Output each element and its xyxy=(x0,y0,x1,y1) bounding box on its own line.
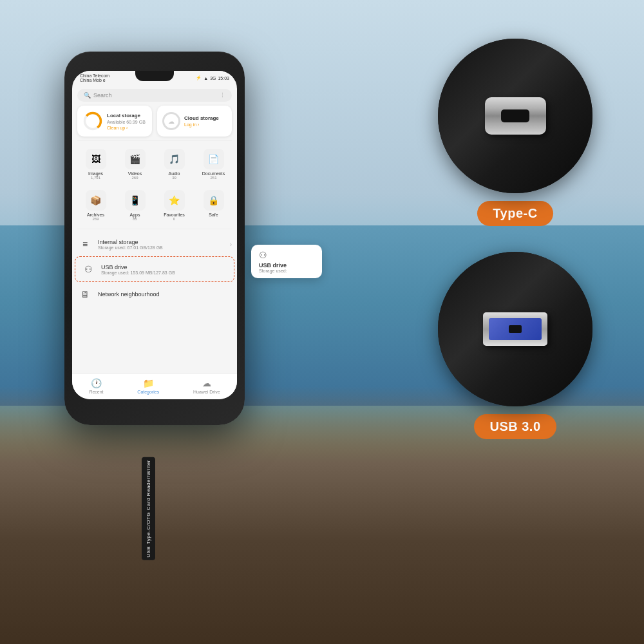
sim-icon: 3G xyxy=(210,76,216,80)
internal-storage-info: Internal storage Storage used: 67.01 GB/… xyxy=(98,239,225,250)
favourites-label: Favourites xyxy=(164,213,185,217)
usb-drive-highlight: ⚇ USB drive Storage used: 153.09 MB/127.… xyxy=(75,256,234,282)
local-storage-donut xyxy=(82,111,103,131)
more-icon[interactable]: ⋮ xyxy=(220,92,225,99)
storage-section: Local storage Available 60.99 GB Clean u… xyxy=(77,106,232,137)
category-favourites[interactable]: ⭐ Favourites 0 xyxy=(156,186,193,225)
usb-a-body xyxy=(483,312,547,346)
divider-1 xyxy=(77,140,232,141)
documents-label: Documents xyxy=(202,171,225,176)
internal-storage-name: Internal storage xyxy=(98,239,225,245)
search-icon: 🔍 xyxy=(84,92,91,99)
archives-count: 269 xyxy=(92,217,99,221)
phone-screen: China Telecom China Mob e ⚡ ▲ 3G 15:03 🔍… xyxy=(72,71,237,399)
usb-drive-item[interactable]: ⚇ USB drive Storage used: 153.09 MB/127.… xyxy=(75,257,234,281)
wifi-icon: ▲ xyxy=(204,76,208,80)
category-videos[interactable]: 🎬 Videos 269 xyxy=(117,145,153,184)
usb-a-pin xyxy=(509,325,522,333)
category-documents[interactable]: 📄 Documents 251 xyxy=(195,145,232,184)
videos-label: Videos xyxy=(128,171,142,176)
usb-a-section: USB 3.0 xyxy=(399,252,631,439)
internal-storage-arrow: › xyxy=(230,241,232,248)
safe-label: Safe xyxy=(209,213,218,217)
images-count: 1,791 xyxy=(91,176,100,180)
usb-drive-info: USB drive Storage used: 153.09 MB/127.83… xyxy=(101,264,229,275)
videos-icon: 🎬 xyxy=(125,149,146,169)
recent-label: Recent xyxy=(89,390,103,394)
categories-label: Categories xyxy=(137,390,159,394)
local-storage-available: Available 60.99 GB xyxy=(107,120,146,124)
divider-2 xyxy=(77,229,232,229)
search-placeholder: Search xyxy=(93,92,112,99)
category-images[interactable]: 🖼 Images 1,791 xyxy=(77,145,114,184)
audio-count: 39 xyxy=(172,176,176,180)
usb-a-label: USB 3.0 xyxy=(474,414,556,439)
right-panel: Type-C USB 3.0 xyxy=(399,39,631,439)
time-display: 15:03 xyxy=(218,76,229,80)
recent-icon: 🕐 xyxy=(91,378,102,388)
usb-popup: ⚇ USB drive Storage used: xyxy=(251,245,322,278)
categories-grid: 🖼 Images 1,791 🎬 Videos 269 🎵 Audio 39 📄… xyxy=(77,145,232,225)
usb-popup-icon: ⚇ xyxy=(259,250,314,260)
type-c-label: Type-C xyxy=(477,201,553,226)
phone-container: China Telecom China Mob e ⚡ ▲ 3G 15:03 🔍… xyxy=(64,52,270,489)
status-icons: ⚡ ▲ 3G 15:03 xyxy=(196,75,229,80)
internal-storage-icon: ≡ xyxy=(77,236,93,252)
audio-label: Audio xyxy=(169,171,180,176)
safe-icon: 🔒 xyxy=(204,190,224,211)
audio-icon: 🎵 xyxy=(164,149,185,169)
usb-drive-icon: ⚇ xyxy=(80,261,96,277)
documents-count: 251 xyxy=(210,176,216,180)
apps-label: Apps xyxy=(130,213,140,217)
categories-icon: 📁 xyxy=(143,378,154,388)
nav-huawei-drive[interactable]: ☁ Huawei Drive xyxy=(193,378,220,394)
usb-popup-sub: Storage used: xyxy=(259,269,314,273)
usb-popup-title: USB drive xyxy=(259,262,314,269)
cloud-storage-card[interactable]: ☁ Cloud storage Log in › xyxy=(157,106,232,137)
network-item[interactable]: 🖥 Network neighbourhood xyxy=(72,282,237,307)
network-name: Network neighbourhood xyxy=(98,291,232,298)
videos-count: 269 xyxy=(131,176,138,180)
type-c-circle xyxy=(438,39,592,193)
cloud-icon: ☁ xyxy=(162,112,180,130)
carrier-info: China Telecom China Mob e xyxy=(80,73,109,82)
bluetooth-icon: ⚡ xyxy=(196,75,202,80)
archives-icon: 📦 xyxy=(86,190,106,211)
category-audio[interactable]: 🎵 Audio 39 xyxy=(156,145,193,184)
type-c-inner xyxy=(438,39,592,193)
phone-notch xyxy=(135,71,174,81)
huawei-drive-icon: ☁ xyxy=(202,378,211,388)
local-storage-action[interactable]: Clean up › xyxy=(107,126,146,130)
images-icon: 🖼 xyxy=(86,149,106,169)
local-storage-card[interactable]: Local storage Available 60.99 GB Clean u… xyxy=(77,106,152,137)
type-c-port xyxy=(501,109,529,122)
network-icon: 🖥 xyxy=(77,287,93,302)
bottom-nav: 🕐 Recent 📁 Categories ☁ Huawei Drive xyxy=(72,374,237,399)
type-c-body xyxy=(485,97,546,135)
archives-label: Archives xyxy=(87,213,104,217)
usb-drive-sub: Storage used: 153.09 MB/127.83 GB xyxy=(101,270,229,275)
category-apps[interactable]: 📱 Apps 85 xyxy=(117,186,153,225)
cloud-storage-action[interactable]: Log in › xyxy=(184,122,219,127)
internal-storage-sub: Storage used: 67.01 GB/128 GB xyxy=(98,245,225,250)
local-storage-title: Local storage xyxy=(107,113,146,118)
category-archives[interactable]: 📦 Archives 269 xyxy=(77,186,114,225)
network-info: Network neighbourhood xyxy=(98,291,232,298)
images-label: Images xyxy=(88,171,103,176)
type-c-section: Type-C xyxy=(399,39,631,226)
cloud-storage-title: Cloud storage xyxy=(184,115,219,121)
nav-categories[interactable]: 📁 Categories xyxy=(137,378,159,394)
category-safe[interactable]: 🔒 Safe xyxy=(195,186,232,225)
usb-a-circle xyxy=(438,252,592,406)
favourites-icon: ⭐ xyxy=(164,190,185,211)
usb-drive-name: USB drive xyxy=(101,264,229,270)
usb-a-inner-wrapper xyxy=(438,252,592,406)
apps-icon: 📱 xyxy=(125,190,146,211)
phone-body: China Telecom China Mob e ⚡ ▲ 3G 15:03 🔍… xyxy=(64,52,245,425)
nav-recent[interactable]: 🕐 Recent xyxy=(89,378,103,394)
search-bar[interactable]: 🔍 Search ⋮ xyxy=(77,89,232,102)
usb-adapter-label: USB Type-C/OTG Card Reader/Writer xyxy=(142,457,155,560)
documents-icon: 📄 xyxy=(204,149,224,169)
apps-count: 85 xyxy=(133,217,137,221)
internal-storage-item[interactable]: ≡ Internal storage Storage used: 67.01 G… xyxy=(72,232,237,256)
